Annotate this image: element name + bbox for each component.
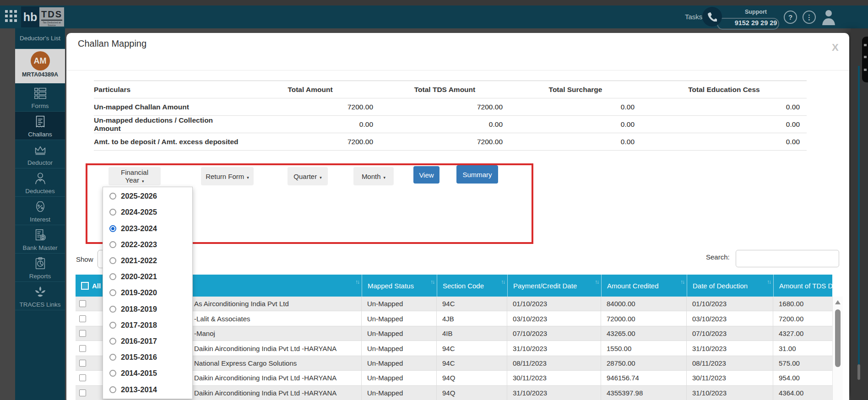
cell-date-of-deduction: 03/10/2023: [687, 311, 773, 326]
cell-date-of-deduction: 31/10/2023: [687, 341, 773, 356]
search-input[interactable]: [736, 250, 839, 267]
cell-payment-credit-date: 08/11/2023: [507, 356, 601, 371]
cell-mapped-status: Un-Mapped: [362, 297, 437, 311]
table-scrollbar[interactable]: [832, 297, 843, 400]
col-date-of-deduction[interactable]: Date of Deduction ↑↓: [687, 275, 773, 297]
sidebar-item-deductor[interactable]: Deductor: [15, 140, 65, 168]
cell-mapped-status: Un-Mapped: [362, 371, 437, 385]
month-dropdown-button[interactable]: Month▾: [353, 167, 394, 185]
quarter-dropdown-button[interactable]: Quarter▾: [288, 167, 328, 185]
cell-mapped-status: Un-Mapped: [362, 311, 437, 326]
col-section-code[interactable]: Section Code ↑↓: [437, 275, 507, 297]
sidebar-item-traces-links[interactable]: TRACES Links: [15, 282, 65, 310]
year-option[interactable]: 2015-2016: [103, 349, 192, 365]
side-widget[interactable]: [862, 37, 868, 82]
summary-col-particulars: Particulars: [94, 81, 240, 98]
sort-icon[interactable]: ↑↓: [501, 279, 505, 285]
cell-section-code: 94C: [437, 356, 507, 371]
cell-section-code: 94C: [437, 341, 507, 356]
year-option[interactable]: 2013-2014: [103, 382, 192, 398]
year-option[interactable]: 2025-2026: [103, 188, 192, 204]
year-option[interactable]: 2016-2017: [103, 333, 192, 349]
year-option[interactable]: 2014-2015: [103, 365, 192, 381]
cell-amount-credited: 28750.00: [601, 356, 687, 371]
cell-date-of-deduction: 30/11/2023: [687, 371, 773, 385]
support-label: Support: [731, 9, 781, 15]
more-options-icon[interactable]: ⋮: [803, 11, 816, 24]
row-checkbox[interactable]: [79, 315, 86, 322]
year-option[interactable]: 2019-2020: [103, 285, 192, 301]
sort-icon[interactable]: ↑↓: [595, 279, 598, 285]
apps-grid-icon[interactable]: [5, 10, 18, 23]
deductors-list-header[interactable]: Deductor's List: [15, 28, 65, 49]
select-all-checkbox[interactable]: [81, 282, 89, 290]
sidebar-item-challans[interactable]: Challans: [15, 112, 65, 140]
challan-mapping-modal: Challan Mapping X Particulars Total Amou…: [66, 33, 849, 400]
sidebar-item-forms[interactable]: Forms: [15, 83, 65, 112]
search-label: Search:: [706, 253, 730, 261]
cell-amount-of-tds: 1680.00: [773, 297, 832, 311]
help-icon[interactable]: ?: [784, 11, 797, 24]
summary-col-total-surcharge: Total Surcharge: [510, 81, 641, 98]
radio-icon: [109, 193, 116, 200]
screen: hb TDS Tax Deducted at Source Tasks Supp…: [0, 0, 868, 400]
chevron-down-icon: ▾: [384, 175, 386, 180]
view-button[interactable]: View: [413, 166, 439, 184]
cell-amount-of-tds: 575.00: [773, 356, 832, 371]
hb-logo[interactable]: hb: [21, 6, 39, 27]
row-checkbox[interactable]: [79, 374, 86, 381]
page-scrollbar-thumb[interactable]: [857, 364, 860, 380]
cell-payment-credit-date: 30/11/2023: [507, 371, 601, 385]
cell-amount-of-tds: 954.00: [773, 371, 832, 385]
year-option[interactable]: 2024-2025: [103, 204, 192, 220]
sort-icon[interactable]: ↑↓: [680, 279, 684, 285]
summary-button[interactable]: Summary: [456, 165, 498, 184]
sidebar-item-reports[interactable]: Reports: [15, 254, 65, 282]
year-option[interactable]: 2020-2021: [103, 269, 192, 285]
col-amount-credited[interactable]: Amount Credited ↑↓: [601, 275, 687, 297]
radio-icon: [109, 354, 116, 361]
financial-year-dropdown-button[interactable]: Financial Year▾: [108, 167, 161, 185]
year-option[interactable]: 2023-2024: [103, 221, 192, 237]
browser-top-strip: [0, 0, 868, 5]
tasks-link[interactable]: Tasks: [685, 13, 702, 21]
deductor-card[interactable]: AM MRTA04389A: [15, 49, 65, 83]
col-payment-credit-date[interactable]: Payment/Credit Date ↑↓: [507, 275, 601, 297]
col-amount-of-tds[interactable]: Amount of TDS De: [773, 275, 832, 297]
sort-icon[interactable]: ↑↓: [767, 279, 770, 285]
close-icon[interactable]: X: [832, 42, 839, 54]
radio-icon: [109, 338, 116, 345]
year-option[interactable]: 2018-2019: [103, 301, 192, 317]
phone-icon[interactable]: [702, 7, 722, 27]
cell-mapped-status: Un-Mapped: [362, 356, 437, 371]
col-mapped-status[interactable]: Mapped Status ↑↓: [362, 275, 437, 297]
table-scrollbar-thumb[interactable]: [835, 309, 841, 367]
year-option[interactable]: 2022-2023: [103, 237, 192, 253]
return-form-dropdown-button[interactable]: Return Form▾: [201, 167, 254, 185]
challans-icon: [15, 114, 65, 130]
tds-logo[interactable]: TDS Tax Deducted at Source: [39, 7, 64, 27]
page-scrollbar-track[interactable]: [858, 66, 860, 364]
user-icon[interactable]: [821, 9, 836, 27]
cell-payment-credit-date: 31/10/2023: [507, 341, 601, 356]
cell-mapped-status: Un-Mapped: [362, 326, 437, 341]
sort-icon[interactable]: ↑↓: [355, 279, 359, 285]
year-option[interactable]: 2021-2022: [103, 253, 192, 269]
cell-section-code: 4JB: [437, 311, 507, 326]
row-checkbox[interactable]: [79, 360, 86, 367]
row-checkbox[interactable]: [79, 330, 86, 337]
year-option[interactable]: 2017-2018: [103, 317, 192, 333]
scroll-up-icon[interactable]: [835, 300, 841, 304]
summary-row: Un-mapped deductions / Collection Amount…: [94, 116, 807, 133]
sort-icon[interactable]: ↑↓: [430, 279, 434, 285]
row-checkbox[interactable]: [79, 389, 86, 396]
sidebar-item-deductees[interactable]: Deductees: [15, 168, 65, 197]
sidebar-item-bank-master[interactable]: Bank Master: [15, 225, 65, 254]
divider: [66, 70, 849, 70]
row-checkbox[interactable]: [79, 300, 86, 307]
select-all-header[interactable]: All: [76, 275, 103, 297]
row-checkbox[interactable]: [79, 345, 86, 352]
sidebar-item-interest[interactable]: Interest: [15, 197, 65, 225]
cell-payment-credit-date: 03/10/2023: [507, 311, 601, 326]
avatar: AM: [31, 51, 50, 70]
